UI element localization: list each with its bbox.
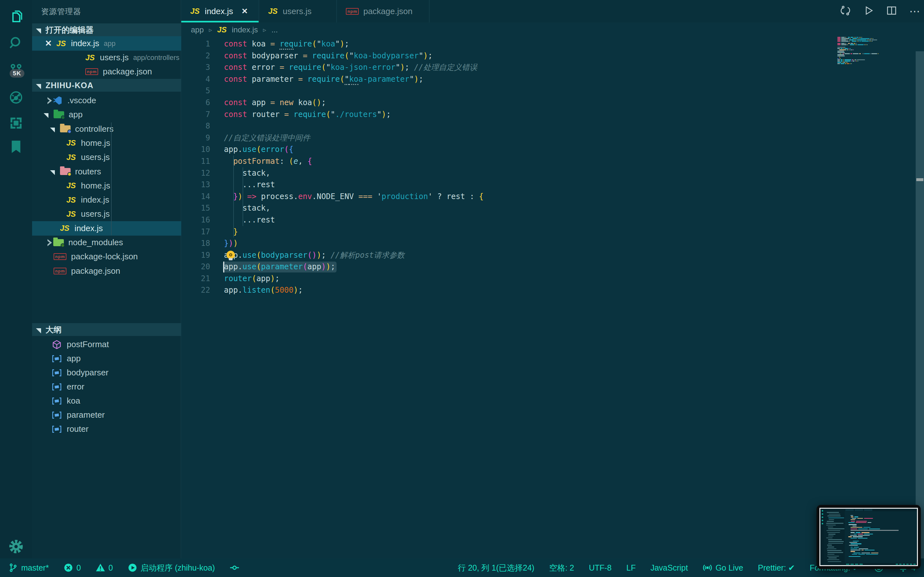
line-number-22[interactable]: 22: [181, 284, 210, 296]
code-line-12[interactable]: stack,: [224, 167, 483, 179]
tree-item-.vscode[interactable]: .vscode: [32, 93, 96, 108]
code-line-4[interactable]: const parameter = require("koa-parameter…: [224, 73, 483, 85]
code-line-10[interactable]: app.use(error({: [224, 143, 483, 155]
activity-bookmarks-button[interactable]: [0, 135, 32, 159]
line-number-5[interactable]: 5: [181, 85, 210, 97]
code-line-19[interactable]: app.use(bodyparser()); //解析post请求参数: [224, 250, 483, 261]
code-line-13[interactable]: ...rest: [224, 179, 483, 191]
line-number-1[interactable]: 1: [181, 38, 210, 50]
activity-extension-panel-button[interactable]: [0, 111, 32, 135]
activity-source-control-button[interactable]: 5K: [0, 58, 32, 83]
close-icon[interactable]: ✕: [242, 7, 248, 16]
tree-item-index.js[interactable]: JSindex.js: [32, 221, 181, 235]
code-line-5[interactable]: [224, 85, 483, 97]
status-language-mode[interactable]: JavaScript: [650, 563, 688, 572]
code-line-11[interactable]: postFormat: (e, {: [224, 155, 483, 167]
open-editor-users.js[interactable]: JSusers.jsapp/controllers: [32, 50, 179, 65]
tree-item-controllers[interactable]: controllers: [32, 122, 113, 136]
folder-section-header[interactable]: ZHIHU-KOA: [32, 79, 181, 92]
line-number-8[interactable]: 8: [181, 120, 210, 132]
line-number-4[interactable]: 4: [181, 73, 210, 85]
gear-icon[interactable]: [0, 536, 32, 557]
code-line-14[interactable]: }) => process.env.NODE_ENV === 'producti…: [224, 191, 483, 203]
outline-item-router[interactable]: router: [51, 422, 89, 436]
code-line-15[interactable]: stack,: [224, 202, 483, 214]
code-line-16[interactable]: ...rest: [224, 214, 483, 226]
line-number-9[interactable]: 9: [181, 132, 210, 144]
split-editor-icon[interactable]: [886, 5, 897, 17]
activity-debug-button[interactable]: [0, 85, 32, 110]
status-git-branch[interactable]: master*: [8, 563, 49, 572]
line-number-10[interactable]: 10: [181, 143, 210, 155]
code-line-9[interactable]: //自定义错误处理中间件: [224, 132, 483, 144]
tab-index.js[interactable]: JSindex.js✕: [181, 0, 259, 23]
code-line-18[interactable]: })): [224, 237, 483, 250]
pip-window[interactable]: [817, 505, 921, 569]
tree-item-users.js[interactable]: JSusers.js: [32, 150, 110, 164]
status-prettier[interactable]: Prettier: ✔: [758, 563, 795, 572]
tree-item-index.js[interactable]: JSindex.js: [32, 193, 110, 207]
code-line-3[interactable]: const error = require("koa-json-error");…: [224, 61, 483, 73]
outline-header[interactable]: 大纲: [32, 323, 181, 336]
open-editor-index.js[interactable]: ✕JSindex.jsapp: [32, 36, 181, 51]
minimap[interactable]: [837, 37, 879, 64]
code-line-2[interactable]: const bodyparser = require("koa-bodypars…: [224, 50, 483, 62]
breadcrumb-segment[interactable]: JSindex.js: [217, 25, 258, 34]
tab-users.js[interactable]: JSusers.js: [259, 0, 337, 23]
tree-item-node_modules[interactable]: node_modules: [32, 235, 123, 250]
line-number-17[interactable]: 17: [181, 226, 210, 238]
line-number-2[interactable]: 2: [181, 50, 210, 62]
more-actions-icon[interactable]: ⋯: [909, 5, 921, 18]
status-eol[interactable]: LF: [626, 563, 636, 572]
code-line-7[interactable]: const router = require("./routers");: [224, 109, 483, 121]
scrollbar[interactable]: [916, 51, 924, 558]
breadcrumb[interactable]: app▹JSindex.js▹...: [191, 24, 278, 36]
close-icon[interactable]: ✕: [45, 39, 52, 48]
tab-package.json[interactable]: npmpackage.json: [337, 0, 430, 23]
line-number-7[interactable]: 7: [181, 109, 210, 121]
line-number-13[interactable]: 13: [181, 179, 210, 191]
outline-item-bodyparser[interactable]: bodyparser: [51, 366, 108, 380]
line-number-19[interactable]: 19: [181, 250, 210, 261]
status-errors[interactable]: 0: [63, 563, 81, 572]
tree-item-package.json[interactable]: npmpackage.json: [32, 264, 120, 278]
breadcrumb-segment[interactable]: ...: [271, 25, 278, 34]
code-line-1[interactable]: const koa = require("koa");: [224, 38, 483, 50]
status-indentation[interactable]: 空格: 2: [549, 562, 574, 573]
tree-item-home.js[interactable]: JShome.js: [32, 179, 110, 193]
line-number-3[interactable]: 3: [181, 61, 210, 73]
code-line-17[interactable]: }: [224, 226, 483, 238]
tree-item-users.js[interactable]: JSusers.js: [32, 207, 110, 221]
outline-item-postFormat[interactable]: postFormat: [51, 337, 109, 351]
line-number-21[interactable]: 21: [181, 273, 210, 285]
line-number-18[interactable]: 18: [181, 237, 210, 250]
code-editor[interactable]: 12345678910111213141516171819202122 cons…: [181, 36, 924, 558]
code-line-22[interactable]: app.listen(5000);: [224, 284, 483, 296]
code-line-8[interactable]: [224, 120, 483, 132]
run-icon[interactable]: [863, 5, 874, 17]
lightbulb-icon[interactable]: [226, 251, 236, 259]
code-line-20[interactable]: app.use(parameter(app));: [224, 261, 483, 273]
outline-item-parameter[interactable]: parameter: [51, 408, 105, 422]
line-number-gutter[interactable]: 12345678910111213141516171819202122: [181, 38, 210, 296]
line-number-14[interactable]: 14: [181, 191, 210, 203]
tree-item-routers[interactable]: routers: [32, 164, 101, 179]
status-go-live[interactable]: Go Live: [703, 563, 743, 572]
line-number-6[interactable]: 6: [181, 97, 210, 109]
breadcrumb-segment[interactable]: app: [191, 25, 204, 34]
outline-item-koa[interactable]: koa: [51, 394, 80, 408]
activity-explorer-button[interactable]: [0, 5, 32, 29]
line-number-15[interactable]: 15: [181, 202, 210, 214]
open-editor-package.json[interactable]: npmpackage.json: [32, 64, 152, 79]
open-editors-header[interactable]: 打开的编辑器: [32, 23, 181, 36]
code-line-6[interactable]: const app = new koa();: [224, 97, 483, 109]
activity-search-button[interactable]: [0, 31, 32, 55]
status-cursor-position[interactable]: 行 20, 列 1(已选择24): [458, 562, 535, 573]
status-warnings[interactable]: 0: [95, 563, 113, 572]
status-launch-program[interactable]: 启动程序 (zhihu-koa): [128, 562, 215, 573]
outline-item-app[interactable]: app: [51, 351, 81, 366]
outline-item-error[interactable]: error: [51, 380, 84, 394]
tree-item-package-lock.json[interactable]: npmpackage-lock.json: [32, 250, 138, 264]
line-number-16[interactable]: 16: [181, 214, 210, 226]
code-lines[interactable]: const koa = require("koa");const bodypar…: [224, 38, 483, 296]
